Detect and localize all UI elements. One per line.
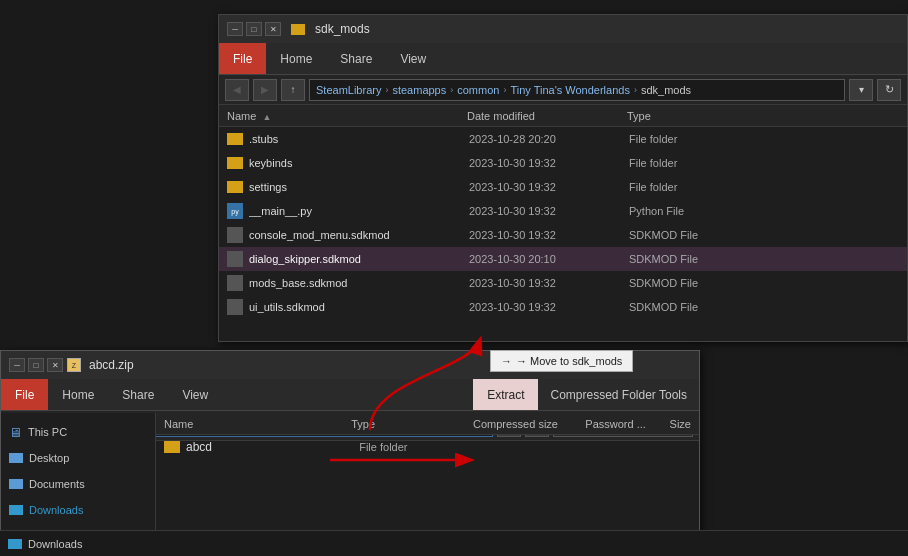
col2-size-header: Size	[670, 418, 691, 430]
ribbon-tab-view[interactable]: View	[386, 43, 440, 74]
close-icon[interactable]: ✕	[265, 22, 281, 36]
breadcrumb-tina[interactable]: Tiny Tina's Wonderlands	[510, 84, 630, 96]
file-row[interactable]: console_mod_menu.sdkmod 2023-10-30 19:32…	[219, 223, 907, 247]
bottom-title-controls: ─ □ ✕	[9, 358, 63, 372]
col-name-header: Name ▲	[227, 110, 467, 122]
chevron-icon3: ›	[503, 85, 506, 95]
breadcrumb-sdkmods[interactable]: sdk_mods	[641, 84, 691, 96]
top-ribbon: File Home Share View	[219, 43, 907, 75]
desktop-folder-icon	[9, 453, 23, 463]
dropdown-button[interactable]: ▾	[849, 79, 873, 101]
col2-type-header: Type	[351, 418, 473, 430]
nav-item-downloads[interactable]: Downloads	[1, 497, 155, 523]
folder-icon	[164, 441, 180, 453]
ribbon-tab-file[interactable]: File	[219, 43, 266, 74]
nav-label: Documents	[29, 478, 85, 490]
file-row[interactable]: ui_utils.sdkmod 2023-10-30 19:32 SDKMOD …	[219, 295, 907, 319]
file-row[interactable]: py __main__.py 2023-10-30 19:32 Python F…	[219, 199, 907, 223]
sdk-icon	[227, 251, 243, 267]
forward-button[interactable]: ▶	[253, 79, 277, 101]
back-button[interactable]: ◀	[225, 79, 249, 101]
file-row-selected[interactable]: dialog_skipper.sdkmod 2023-10-30 20:10 S…	[219, 247, 907, 271]
top-file-explorer: ─ □ ✕ sdk_mods File Home Share View ◀ ▶ …	[218, 14, 908, 342]
file-row[interactable]: keybinds 2023-10-30 19:32 File folder	[219, 151, 907, 175]
file-date: 2023-10-30 19:32	[469, 181, 629, 193]
col2-password-header: Password ...	[585, 418, 669, 430]
nav-item-desktop[interactable]: Desktop	[1, 445, 155, 471]
sort-icon: ▲	[262, 112, 271, 122]
file-date: 2023-10-30 19:32	[469, 277, 629, 289]
top-address-bar[interactable]: SteamLibrary › steamapps › common › Tiny…	[309, 79, 845, 101]
sdk-icon	[227, 275, 243, 291]
col-type-header: Type	[627, 110, 651, 122]
file-name: .stubs	[249, 133, 469, 145]
file-date: 2023-10-30 19:32	[469, 229, 629, 241]
ribbon-tab-share[interactable]: Share	[326, 43, 386, 74]
sdk-icon	[227, 299, 243, 315]
file-type: SDKMOD File	[629, 229, 698, 241]
downloads-status-icon	[8, 539, 22, 549]
zip-icon: Z	[67, 358, 81, 372]
file-name: console_mod_menu.sdkmod	[249, 229, 469, 241]
bottom-ribbon-file[interactable]: File	[1, 379, 48, 410]
file-type: File folder	[629, 133, 677, 145]
breadcrumb-steamlibrary[interactable]: SteamLibrary	[316, 84, 381, 96]
chevron-icon: ›	[385, 85, 388, 95]
close-icon[interactable]: ✕	[47, 358, 63, 372]
bottom-ribbon-home[interactable]: Home	[48, 379, 108, 410]
bottom-ribbon-share[interactable]: Share	[108, 379, 168, 410]
move-tooltip-text: → Move to sdk_mods	[516, 355, 622, 367]
bottom-ribbon: File Home Share View Extract Compressed …	[1, 379, 699, 411]
compressed-tools-label: Compressed Folder Tools	[538, 379, 699, 410]
file-name: settings	[249, 181, 469, 193]
pc-icon: 🖥	[9, 425, 22, 440]
documents-folder-icon	[9, 479, 23, 489]
col2-compressed-header: Compressed size	[473, 418, 585, 430]
top-file-list: .stubs 2023-10-28 20:20 File folder keyb…	[219, 127, 907, 337]
minimize-icon[interactable]: ─	[227, 22, 243, 36]
top-toolbar: ◀ ▶ ↑ SteamLibrary › steamapps › common …	[219, 75, 907, 105]
nav-label: Downloads	[29, 504, 83, 516]
nav-item-documents[interactable]: Documents	[1, 471, 155, 497]
folder-icon	[227, 157, 243, 169]
file-row[interactable]: .stubs 2023-10-28 20:20 File folder	[219, 127, 907, 151]
chevron-icon2: ›	[450, 85, 453, 95]
sdk-icon	[227, 227, 243, 243]
maximize-icon[interactable]: □	[28, 358, 44, 372]
breadcrumb-steamapps[interactable]: steamapps	[392, 84, 446, 96]
bottom-status-bar: Downloads	[0, 530, 908, 556]
file-name: keybinds	[249, 157, 469, 169]
file-date: 2023-10-28 20:20	[469, 133, 629, 145]
file-row[interactable]: settings 2023-10-30 19:32 File folder	[219, 175, 907, 199]
file-row[interactable]: mods_base.sdkmod 2023-10-30 19:32 SDKMOD…	[219, 271, 907, 295]
minimize-icon[interactable]: ─	[9, 358, 25, 372]
file-type: SDKMOD File	[629, 253, 698, 265]
chevron-icon4: ›	[634, 85, 637, 95]
file-date: 2023-10-30 19:32	[469, 301, 629, 313]
top-file-header: Name ▲ Date modified Type	[219, 105, 907, 127]
bottom-file-header: Name Type Compressed size Password ... S…	[156, 413, 699, 435]
nav-label: This PC	[28, 426, 67, 438]
python-icon: py	[227, 203, 243, 219]
bottom-ribbon-view[interactable]: View	[168, 379, 222, 410]
file-type: File folder	[629, 181, 677, 193]
file-name: __main__.py	[249, 205, 469, 217]
file-type: Python File	[629, 205, 684, 217]
file-type: File folder	[629, 157, 677, 169]
refresh-button[interactable]: ↻	[877, 79, 901, 101]
nav-item-this-pc[interactable]: 🖥 This PC	[1, 419, 155, 445]
downloads-status: Downloads	[8, 538, 82, 550]
file-type: SDKMOD File	[629, 301, 698, 313]
breadcrumb-common[interactable]: common	[457, 84, 499, 96]
maximize-icon[interactable]: □	[246, 22, 262, 36]
downloads-status-label: Downloads	[28, 538, 82, 550]
col2-name-header: Name	[164, 418, 351, 430]
bottom-file-row[interactable]: abcd File folder	[156, 435, 699, 459]
file-type: File folder	[359, 441, 486, 453]
bottom-file-explorer: ─ □ ✕ Z abcd.zip File Home Share View Ex…	[0, 350, 700, 556]
extract-tab-label: Extract	[487, 388, 524, 402]
top-title: sdk_mods	[315, 22, 370, 36]
ribbon-tab-home[interactable]: Home	[266, 43, 326, 74]
up-button[interactable]: ↑	[281, 79, 305, 101]
extract-tab[interactable]: Extract	[473, 379, 538, 410]
